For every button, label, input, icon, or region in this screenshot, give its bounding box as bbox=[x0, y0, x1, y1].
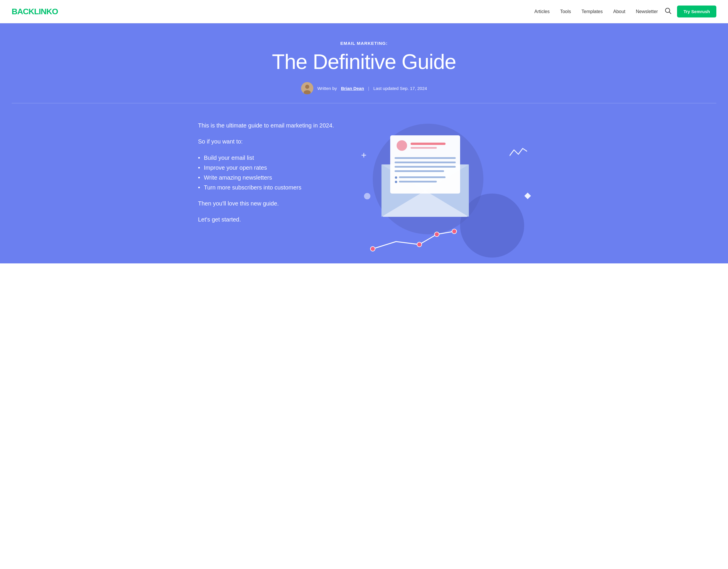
logo-text: BACKLINK bbox=[12, 7, 52, 16]
bullet-item-1: Build your email list bbox=[198, 153, 338, 163]
deco-plus-icon: + bbox=[361, 150, 367, 161]
bullet-item-2: Improve your open rates bbox=[198, 163, 338, 173]
svg-rect-15 bbox=[395, 166, 456, 168]
svg-rect-16 bbox=[395, 170, 444, 172]
svg-point-23 bbox=[434, 232, 439, 237]
bullet-item-3: Write amazing newsletters bbox=[198, 173, 338, 183]
hero-header: EMAIL MARKETING: The Definitive Guide Wr… bbox=[12, 41, 716, 103]
svg-point-19 bbox=[395, 181, 397, 183]
hero-meta: Written by Brian Dean | Last updated Sep… bbox=[12, 82, 716, 94]
hero-body: This is the ultimate guide to email mark… bbox=[198, 118, 530, 264]
closing-paragraph-1: Then you'll love this new guide. bbox=[198, 199, 338, 209]
deco-dot-icon bbox=[364, 193, 370, 199]
svg-line-1 bbox=[669, 12, 671, 14]
svg-rect-11 bbox=[411, 143, 446, 145]
hero-section: EMAIL MARKETING: The Definitive Guide Wr… bbox=[0, 23, 728, 264]
meta-divider: | bbox=[368, 86, 369, 91]
written-by-label: Written by bbox=[317, 86, 337, 91]
logo-o: O bbox=[52, 7, 58, 16]
nav-templates[interactable]: Templates bbox=[582, 9, 603, 14]
nav-articles[interactable]: Articles bbox=[534, 9, 549, 14]
svg-rect-14 bbox=[395, 162, 456, 163]
nav-links: Articles Tools Templates About Newslette… bbox=[534, 9, 658, 14]
svg-point-3 bbox=[305, 85, 309, 89]
logo[interactable]: BACKLINKO bbox=[12, 7, 58, 16]
closing-paragraph-2: Let's get started. bbox=[198, 215, 338, 225]
try-semrush-button[interactable]: Try Semrush bbox=[677, 6, 716, 17]
envelope-illustration bbox=[373, 130, 478, 217]
deco-diamond-icon bbox=[524, 193, 531, 199]
deco-zigzag-icon bbox=[510, 147, 527, 160]
svg-point-24 bbox=[452, 229, 457, 234]
intro-paragraph-1: This is the ultimate guide to email mark… bbox=[198, 121, 338, 130]
hero-illustration: + bbox=[355, 118, 530, 264]
hero-text: This is the ultimate guide to email mark… bbox=[198, 118, 338, 231]
svg-point-22 bbox=[417, 242, 422, 247]
author-link[interactable]: Brian Dean bbox=[341, 86, 364, 91]
nav-newsletter[interactable]: Newsletter bbox=[636, 9, 658, 14]
bullet-list: Build your email list Improve your open … bbox=[198, 153, 338, 192]
hero-eyebrow: EMAIL MARKETING: bbox=[12, 41, 716, 46]
last-updated: Last updated Sep. 17, 2024 bbox=[373, 86, 427, 91]
svg-point-21 bbox=[370, 247, 375, 251]
nav-about[interactable]: About bbox=[613, 9, 625, 14]
author-avatar bbox=[301, 82, 313, 94]
main-nav: BACKLINKO Articles Tools Templates About… bbox=[0, 0, 728, 23]
hero-title: The Definitive Guide bbox=[12, 50, 716, 73]
search-icon[interactable] bbox=[665, 8, 671, 15]
svg-rect-12 bbox=[411, 147, 437, 149]
svg-point-10 bbox=[397, 140, 407, 151]
chart-line-illustration bbox=[367, 226, 460, 255]
svg-rect-18 bbox=[399, 176, 446, 178]
svg-point-0 bbox=[665, 8, 670, 13]
nav-tools[interactable]: Tools bbox=[560, 9, 571, 14]
svg-point-17 bbox=[395, 176, 397, 179]
svg-rect-20 bbox=[399, 181, 437, 183]
svg-rect-13 bbox=[395, 157, 456, 159]
bullet-item-4: Turn more subscribers into customers bbox=[198, 183, 338, 192]
intro-paragraph-2: So if you want to: bbox=[198, 137, 338, 146]
